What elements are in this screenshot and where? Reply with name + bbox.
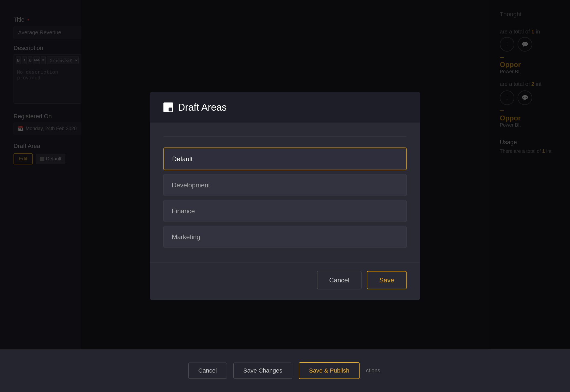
draft-areas-modal: Draft Areas Default Development Finance … <box>150 92 420 300</box>
bottom-save-changes-button[interactable]: Save Changes <box>233 363 292 379</box>
modal-cancel-button[interactable]: Cancel <box>317 271 362 289</box>
area-option-development[interactable]: Development <box>163 174 407 196</box>
bottom-actions-text: ctions. <box>366 367 382 374</box>
modal-save-button[interactable]: Save <box>367 271 407 289</box>
modal-divider-top <box>163 137 407 137</box>
modal-footer: Cancel Save <box>150 263 420 300</box>
area-option-marketing[interactable]: Marketing <box>163 226 407 248</box>
modal-header: Draft Areas <box>150 92 420 123</box>
area-option-default[interactable]: Default <box>163 148 407 170</box>
bottom-cancel-button[interactable]: Cancel <box>188 363 227 379</box>
area-label-finance: Finance <box>172 207 195 215</box>
area-label-marketing: Marketing <box>172 233 200 241</box>
bottom-bar: Cancel Save Changes Save & Publish ction… <box>0 349 570 392</box>
modal-body: Default Development Finance Marketing <box>150 123 420 263</box>
area-option-finance[interactable]: Finance <box>163 200 407 222</box>
area-label-development: Development <box>172 181 210 189</box>
modal-title: Draft Areas <box>178 102 227 113</box>
modal-logo-icon <box>163 103 173 112</box>
bottom-publish-button[interactable]: Save & Publish <box>299 362 360 379</box>
area-label-default: Default <box>172 155 193 163</box>
